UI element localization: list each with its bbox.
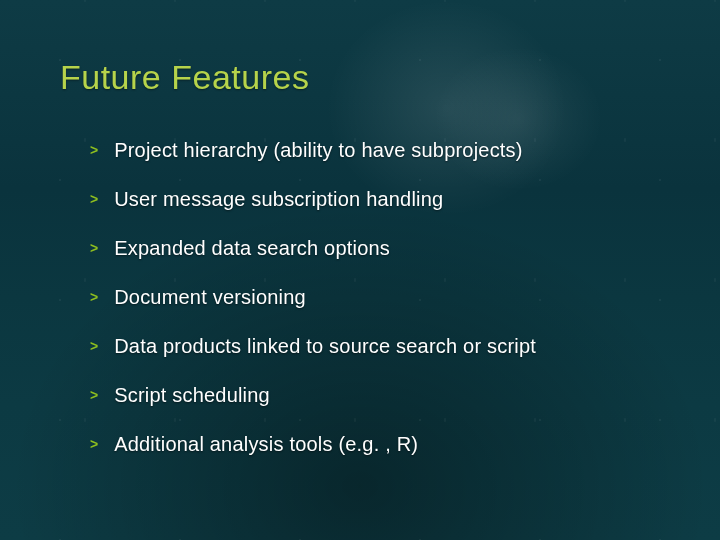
list-item: > Additional analysis tools (e.g. , R) [90,433,660,456]
bullet-text: Data products linked to source search or… [114,335,536,358]
list-item: > Expanded data search options [90,237,660,260]
chevron-icon: > [90,388,98,402]
bullet-list: > Project hierarchy (ability to have sub… [60,139,660,456]
bullet-text: Expanded data search options [114,237,390,260]
slide-title: Future Features [60,58,660,97]
chevron-icon: > [90,241,98,255]
list-item: > Project hierarchy (ability to have sub… [90,139,660,162]
chevron-icon: > [90,437,98,451]
bullet-text: Additional analysis tools (e.g. , R) [114,433,418,456]
list-item: > Document versioning [90,286,660,309]
chevron-icon: > [90,192,98,206]
list-item: > Script scheduling [90,384,660,407]
chevron-icon: > [90,339,98,353]
chevron-icon: > [90,290,98,304]
bullet-text: Script scheduling [114,384,270,407]
slide: Future Features > Project hierarchy (abi… [0,0,720,540]
chevron-icon: > [90,143,98,157]
bullet-text: Project hierarchy (ability to have subpr… [114,139,522,162]
list-item: > User message subscription handling [90,188,660,211]
bullet-text: User message subscription handling [114,188,443,211]
bullet-text: Document versioning [114,286,306,309]
list-item: > Data products linked to source search … [90,335,660,358]
